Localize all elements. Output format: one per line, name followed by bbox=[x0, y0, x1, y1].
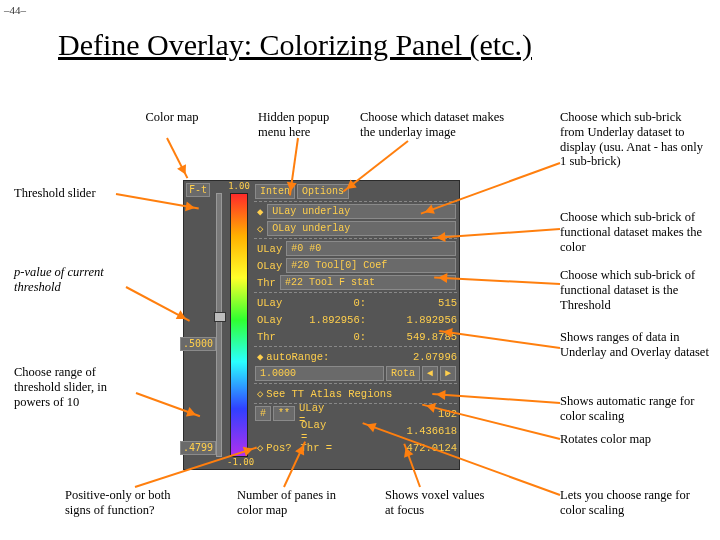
arrow bbox=[166, 138, 188, 179]
range-ulay-a: 0: bbox=[288, 297, 366, 309]
panes-stars[interactable]: ** bbox=[273, 406, 295, 421]
ulay-label: ULay bbox=[254, 243, 285, 255]
range-thr-a: 0: bbox=[288, 331, 366, 343]
ann-color-map: Color map bbox=[137, 110, 207, 125]
rota-right[interactable]: ► bbox=[440, 366, 456, 381]
arrow bbox=[126, 286, 191, 322]
threshold-knob[interactable] bbox=[214, 312, 226, 322]
pos-toggle[interactable]: Pos? bbox=[266, 442, 291, 454]
range-input[interactable]: 1.0000 bbox=[255, 366, 384, 381]
bottom-num: .4799 bbox=[180, 441, 216, 455]
ann-lets-range: Lets you choose range for color scaling bbox=[560, 488, 710, 518]
num-panes-button[interactable]: # bbox=[255, 406, 271, 421]
colorbar-top-label: 1.00 bbox=[227, 181, 251, 193]
footer-olay-lbl: OLay = bbox=[298, 419, 340, 443]
range-olay-a: 1.892956: bbox=[288, 314, 366, 326]
rota-left[interactable]: ◄ bbox=[422, 366, 438, 381]
olay-label: OLay bbox=[254, 260, 285, 272]
ann-pos-only: Positive-only or both signs of function? bbox=[65, 488, 185, 518]
colorbar-column: 1.00 -1.00 bbox=[227, 181, 251, 469]
panel-rows: Inten Options ◆ ULay underlay ◇ OLay und… bbox=[254, 183, 457, 456]
autorange-checkbox[interactable]: autoRange: bbox=[266, 351, 329, 363]
threshold-slider-rail[interactable] bbox=[216, 193, 222, 457]
pval-display: .5000 bbox=[180, 337, 216, 351]
range-olay-lbl: OLay bbox=[254, 314, 288, 326]
range-ulay-b: 515 bbox=[366, 297, 457, 309]
ann-choose-sub-underlay: Choose which sub-brick from Underlay dat… bbox=[560, 110, 708, 169]
thr-label: Thr bbox=[254, 277, 279, 289]
color-map-bar[interactable] bbox=[230, 193, 248, 457]
range-olay-b: 1.892956 bbox=[366, 314, 457, 326]
ft-chip[interactable]: F-t bbox=[186, 183, 210, 197]
range-ulay-lbl: ULay bbox=[254, 297, 288, 309]
thr-subbrick-select[interactable]: #22 Tool F stat bbox=[280, 275, 456, 290]
ann-num-panes: Number of panes in color map bbox=[237, 488, 357, 518]
page-title: Define Overlay: Colorizing Panel (etc.) bbox=[58, 28, 532, 62]
ann-choose-sub-thresh: Choose which sub-brick of functional dat… bbox=[560, 268, 710, 312]
overlay-panel: F-t .5000 .4799 1.00 -1.00 Inten Options… bbox=[183, 180, 460, 470]
see-atlas-toggle[interactable]: See TT Atlas Regions bbox=[266, 388, 457, 400]
ulay-subbrick-select[interactable]: #0 #0 bbox=[286, 241, 456, 256]
range-thr-lbl: Thr bbox=[254, 331, 288, 343]
ann-threshold-slider: Threshold slider bbox=[14, 186, 124, 201]
ann-choose-range: Choose range of threshold slider, in pow… bbox=[14, 365, 144, 409]
rota-button[interactable]: Rota bbox=[386, 366, 420, 381]
autorange-value: 2.07996 bbox=[329, 351, 457, 363]
olay-subbrick-select[interactable]: #20 Tool[0] Coef bbox=[286, 258, 456, 273]
ann-shows-auto: Shows automatic range for color scaling bbox=[560, 394, 710, 424]
olay-underlay-button[interactable]: OLay underlay bbox=[267, 221, 456, 236]
page-number: –44– bbox=[4, 4, 26, 16]
threshold-column bbox=[212, 181, 226, 469]
ann-choose-sub-color: Choose which sub-brick of functional dat… bbox=[560, 210, 710, 254]
colorbar-bottom-label: -1.00 bbox=[227, 457, 251, 469]
ann-hidden-popup: Hidden popup menu here bbox=[258, 110, 348, 140]
ann-rotates: Rotates color map bbox=[560, 432, 710, 447]
ann-shows-ranges: Shows ranges of data in Underlay and Ove… bbox=[560, 330, 710, 360]
ann-pvalue: p-value of current threshold bbox=[14, 265, 134, 295]
ann-voxel-focus: Shows voxel values at focus bbox=[385, 488, 495, 518]
ann-choose-dataset: Choose which dataset makes the underlay … bbox=[360, 110, 520, 140]
